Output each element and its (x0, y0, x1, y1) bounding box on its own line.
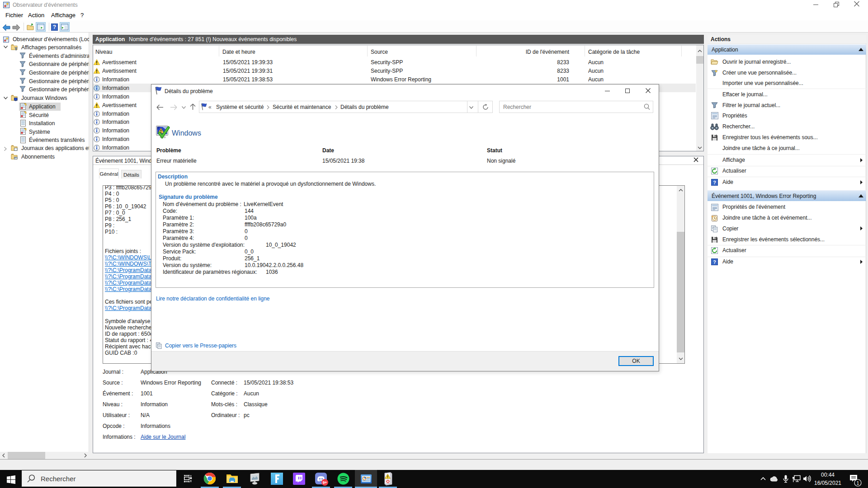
svg-text:?: ? (713, 180, 716, 185)
svg-text:?: ? (713, 259, 716, 265)
svg-text:9+: 9+ (323, 480, 327, 485)
svg-text:1: 1 (857, 481, 859, 486)
